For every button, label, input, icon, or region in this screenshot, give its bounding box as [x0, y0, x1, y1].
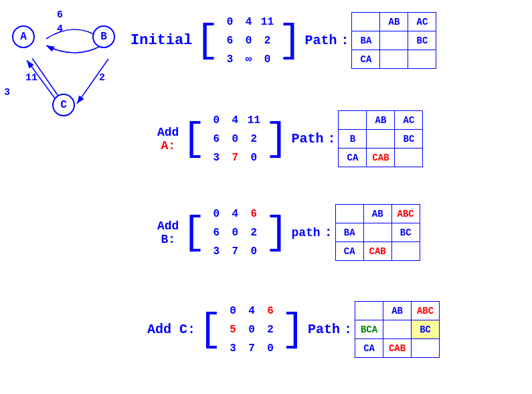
addb-matrix: [ 0 4 6 6 0 2 3 7 0 ]: [181, 205, 288, 261]
initial-section: Initial [ 0 4 11 6 0 2 3 ∞ 0 ] Path : AB…: [130, 12, 436, 69]
adda-label2: A:: [157, 139, 179, 153]
addc-section: Add C: [ 0 4 6 5 0 2 3 7 0 ] Path : AB A…: [147, 301, 440, 358]
m20: 3: [227, 54, 234, 66]
adda-row-ca: CA: [339, 149, 367, 167]
addc-header-ab: AB: [383, 302, 412, 320]
adda-cell-b-ab: [367, 130, 395, 149]
m10: 6: [227, 35, 234, 47]
m22: 0: [264, 54, 271, 66]
path-table-addb: AB ABC BA BC CA CAB: [335, 204, 420, 261]
m21: ∞: [246, 54, 252, 66]
addb-cell-ba-ab: [363, 223, 391, 242]
initial-matrix: [ 0 4 11 6 0 2 3 ∞ 0 ]: [195, 13, 302, 69]
path-table-adda: AB AC B BC CA CAB: [338, 110, 423, 167]
m02: 11: [261, 16, 274, 28]
addb-section: Add B: [ 0 4 6 6 0 2 3 7 0 ] path : AB A…: [157, 204, 420, 261]
matrix-grid: 0 4 11 6 0 2 3 ∞ 0: [220, 13, 276, 69]
adda-header-ab: AB: [367, 111, 395, 130]
am20: 3: [213, 152, 220, 164]
edge-label-ac: 11: [25, 72, 37, 84]
addb-header-abc: ABC: [391, 205, 420, 223]
adda-section: Add A: [ 0 4 11 6 0 2 3 7 0 ] Path : AB …: [157, 110, 423, 167]
colon-initial: :: [341, 33, 349, 48]
am21: 7: [232, 152, 239, 164]
addb-cell-ba-ac: BC: [391, 223, 420, 242]
bracket-left-c: [: [198, 310, 222, 350]
bm01: 4: [232, 208, 239, 220]
graph-svg: [0, 0, 141, 154]
cm01: 4: [248, 305, 255, 317]
node-b: B: [92, 25, 115, 48]
adda-cell-b-ac: BC: [395, 130, 423, 149]
am22: 0: [251, 152, 258, 164]
cell-ba-ac: BC: [408, 31, 436, 50]
edge-label-ba: 4: [57, 23, 63, 35]
am02: 11: [248, 114, 260, 126]
colon-adda: :: [327, 131, 335, 146]
addc-label-text: Add C:: [147, 322, 195, 337]
path-label-addc: Path: [308, 322, 340, 337]
addb-cell-ca-ab: CAB: [363, 242, 391, 261]
header-ab: AB: [380, 13, 408, 31]
bm22: 0: [251, 245, 258, 258]
am10: 6: [213, 133, 220, 145]
row-ca: CA: [352, 50, 380, 69]
cm20: 3: [230, 342, 236, 355]
addc-row-bca: BCA: [355, 320, 383, 339]
cm21: 7: [248, 342, 255, 355]
bracket-right-c: ]: [281, 310, 305, 350]
m11: 0: [246, 35, 252, 47]
adda-cell-ca-ab: CAB: [367, 149, 395, 167]
addc-matrix: [ 0 4 6 5 0 2 3 7 0 ]: [198, 302, 305, 358]
addb-header-empty: [335, 205, 363, 223]
bm21: 7: [232, 245, 239, 258]
bm10: 6: [213, 227, 220, 239]
addc-cell-bca-bc: BC: [412, 320, 440, 339]
cm12: 2: [267, 324, 274, 336]
bm11: 0: [232, 227, 239, 239]
bracket-left-b: [: [181, 213, 205, 253]
addc-cell-bca-ab: [383, 320, 412, 339]
path-table-initial: AB AC BA BC CA: [351, 12, 436, 69]
am11: 0: [232, 133, 239, 145]
addc-header-abc: ABC: [412, 302, 440, 320]
graph-container: 6 4 11 3 2 A B C: [0, 0, 141, 154]
bm12: 2: [251, 227, 258, 239]
adda-row-b: B: [339, 130, 367, 149]
adda-cell-ca-ac: [395, 149, 423, 167]
edge-label-ca: 3: [4, 87, 10, 98]
am00: 0: [213, 114, 220, 126]
node-a: A: [12, 25, 35, 48]
cm11: 0: [248, 324, 255, 336]
cm22: 0: [267, 342, 274, 355]
addc-row-ca: CA: [355, 339, 383, 358]
addc-header-empty: [355, 302, 383, 320]
am12: 2: [251, 133, 258, 145]
bracket-right: ]: [278, 21, 302, 61]
addb-label: Add B:: [157, 219, 179, 246]
m00: 0: [227, 16, 234, 28]
initial-label: Initial: [130, 32, 192, 49]
edge-label-bc: 2: [99, 72, 105, 84]
m01: 4: [246, 16, 252, 28]
cm00: 0: [230, 305, 236, 317]
addc-cell-ca-ac: [412, 339, 440, 358]
addb-cell-ca-ac: [391, 242, 420, 261]
bracket-left: [: [195, 21, 219, 61]
adda-header-empty: [339, 111, 367, 130]
adda-header-ac: AC: [395, 111, 423, 130]
header-ac: AC: [408, 13, 436, 31]
addc-label: Add C:: [147, 322, 195, 337]
addb-header-ab: AB: [363, 205, 391, 223]
am01: 4: [232, 114, 239, 126]
addb-row-ba: BA: [335, 223, 363, 242]
cell-ba-ab: [380, 31, 408, 50]
adda-label: Add A:: [157, 126, 179, 153]
adda-matrix: [ 0 4 11 6 0 2 3 7 0 ]: [181, 111, 288, 167]
header-empty: [352, 13, 380, 31]
cell-ca-ab: [380, 50, 408, 69]
edge-label-ab: 6: [57, 9, 63, 21]
cm10: 5: [230, 324, 236, 336]
path-label-adda: Path: [291, 131, 323, 146]
node-c: C: [52, 94, 75, 116]
